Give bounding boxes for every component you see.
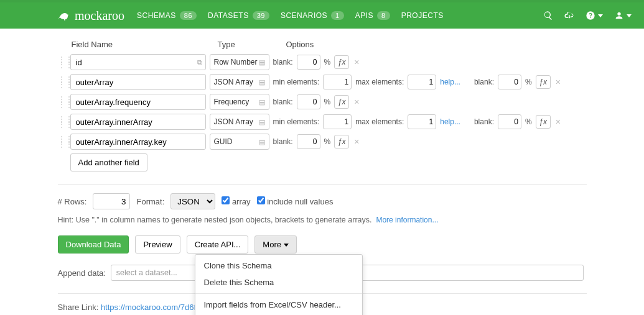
header-type: Type xyxy=(218,40,286,49)
action-buttons: Download Data Preview Create API... More… xyxy=(58,235,587,253)
folder-icon: ▤ xyxy=(259,78,265,86)
rows-label: # Rows: xyxy=(58,197,87,206)
max-el-input[interactable] xyxy=(408,114,436,129)
array-checkbox[interactable] xyxy=(222,196,230,204)
nav-apis[interactable]: APIS8 xyxy=(355,11,390,20)
dropdown-clone[interactable]: Clone this Schema xyxy=(195,257,362,274)
field-name-input[interactable] xyxy=(70,134,206,150)
fx-button[interactable]: ƒx xyxy=(334,135,349,148)
help-menu[interactable] xyxy=(586,11,603,21)
min-el-label: min elements: xyxy=(273,117,320,126)
format-select[interactable]: JSON xyxy=(170,193,215,209)
remove-field-icon[interactable]: × xyxy=(554,77,562,87)
type-select[interactable]: JSON Array ▤ xyxy=(210,74,269,90)
blank-label: blank: xyxy=(474,78,494,86)
max-el-input[interactable] xyxy=(408,75,436,89)
blank-label: blank: xyxy=(273,137,293,146)
blank-label: blank: xyxy=(474,117,494,126)
blank-input[interactable] xyxy=(297,94,320,109)
type-select[interactable]: GUID ▤ xyxy=(210,134,269,150)
min-el-input[interactable] xyxy=(323,114,352,129)
type-select[interactable]: JSON Array ▤ xyxy=(210,114,269,130)
folder-icon: ▤ xyxy=(259,58,265,66)
max-el-label: max elements: xyxy=(355,117,404,126)
nav-right xyxy=(543,11,632,21)
folder-icon: ▤ xyxy=(259,98,265,106)
min-el-input[interactable] xyxy=(323,75,352,89)
dropdown-import-excel[interactable]: Import fields from Excel/CSV header... xyxy=(195,296,362,313)
add-field-button[interactable]: Add another field xyxy=(70,153,147,171)
field-row: ⋮⋮⋮⋮ GUID ▤ blank: % ƒx × xyxy=(58,134,587,150)
null-checkbox-label[interactable]: include null values xyxy=(257,196,334,206)
rows-input[interactable] xyxy=(93,193,130,209)
drag-handle-icon[interactable]: ⋮⋮⋮⋮ xyxy=(58,137,67,147)
preview-button[interactable]: Preview xyxy=(135,235,180,253)
blank-input[interactable] xyxy=(498,75,521,89)
cloud-download-icon[interactable] xyxy=(564,11,574,21)
blank-input[interactable] xyxy=(297,55,320,70)
remove-field-icon[interactable]: × xyxy=(353,97,360,107)
help-link[interactable]: help... xyxy=(440,78,460,86)
dropdown-delete[interactable]: Delete this Schema xyxy=(195,274,362,291)
help-link[interactable]: help... xyxy=(440,117,460,126)
fx-button[interactable]: ƒx xyxy=(536,75,551,89)
divider xyxy=(58,184,587,185)
drag-handle-icon[interactable]: ⋮⋮⋮⋮ xyxy=(58,57,67,67)
nav-items: SCHEMAS86 DATASETS39 SCENARIOS1 APIS8 PR… xyxy=(137,11,444,20)
hint-more-link[interactable]: More information... xyxy=(376,216,438,224)
header-options: Options xyxy=(286,40,587,49)
max-el-label: max elements: xyxy=(355,78,404,86)
nav-projects[interactable]: PROJECTS xyxy=(401,11,444,20)
field-options: blank: % ƒx × xyxy=(273,55,361,70)
fx-button[interactable]: ƒx xyxy=(536,115,551,129)
format-label: Format: xyxy=(136,197,164,206)
main-content: Field Name Type Options ⋮⋮⋮⋮ ⧉ Row Numbe… xyxy=(58,29,587,315)
column-headers: Field Name Type Options xyxy=(58,36,587,54)
search-icon[interactable] xyxy=(543,11,553,21)
share-label: Share Link: xyxy=(58,303,99,312)
field-options: min elements: max elements: help... blan… xyxy=(273,114,562,129)
field-name-input[interactable] xyxy=(70,54,206,70)
blank-input[interactable] xyxy=(297,134,320,149)
folder-icon: ▤ xyxy=(259,118,265,126)
remove-field-icon[interactable]: × xyxy=(353,137,360,147)
field-row: ⋮⋮⋮⋮ JSON Array ▤ min elements: max elem… xyxy=(58,114,587,130)
user-menu[interactable] xyxy=(614,11,632,21)
nav-scenarios[interactable]: SCENARIOS1 xyxy=(281,11,344,20)
nav-schemas[interactable]: SCHEMAS86 xyxy=(137,11,197,20)
fx-button[interactable]: ƒx xyxy=(334,55,349,69)
append-label: Append data: xyxy=(58,268,106,278)
create-api-button[interactable]: Create API... xyxy=(187,235,249,253)
blank-input[interactable] xyxy=(498,114,521,129)
drag-handle-icon[interactable]: ⋮⋮⋮⋮ xyxy=(58,97,67,107)
kangaroo-icon xyxy=(56,8,71,23)
field-options: blank: % ƒx × xyxy=(273,94,361,109)
nav-datasets[interactable]: DATASETS39 xyxy=(208,11,269,20)
more-button[interactable]: More xyxy=(254,235,297,253)
brand-logo[interactable]: mockaroo xyxy=(56,8,124,23)
field-row: ⋮⋮⋮⋮ ⧉ Row Number ▤ blank: % ƒx × xyxy=(58,54,587,70)
header-field-name: Field Name xyxy=(72,40,218,49)
percent-label: % xyxy=(324,137,331,146)
type-select[interactable]: Row Number ▤ xyxy=(210,54,269,70)
field-options: blank: % ƒx × xyxy=(273,134,361,149)
drag-handle-icon[interactable]: ⋮⋮⋮⋮ xyxy=(58,117,67,127)
field-name-input[interactable] xyxy=(70,94,206,110)
field-row: ⋮⋮⋮⋮ JSON Array ▤ min elements: max elem… xyxy=(58,74,587,90)
null-checkbox[interactable] xyxy=(257,196,265,204)
array-checkbox-label[interactable]: array xyxy=(222,196,250,206)
drag-handle-icon[interactable]: ⋮⋮⋮⋮ xyxy=(58,77,67,87)
navbar: mockaroo SCHEMAS86 DATASETS39 SCENARIOS1… xyxy=(0,2,644,29)
type-select[interactable]: Frequency ▤ xyxy=(210,94,269,110)
blank-label: blank: xyxy=(273,98,293,106)
fx-button[interactable]: ƒx xyxy=(334,95,349,109)
folder-icon: ▤ xyxy=(259,138,265,146)
min-el-label: min elements: xyxy=(273,78,320,86)
remove-field-icon[interactable]: × xyxy=(554,117,562,127)
field-name-input[interactable] xyxy=(70,114,206,130)
download-button[interactable]: Download Data xyxy=(58,235,129,253)
percent-label: % xyxy=(525,117,532,126)
percent-label: % xyxy=(324,98,331,106)
remove-field-icon[interactable]: × xyxy=(353,57,360,67)
field-name-input[interactable] xyxy=(70,74,206,90)
